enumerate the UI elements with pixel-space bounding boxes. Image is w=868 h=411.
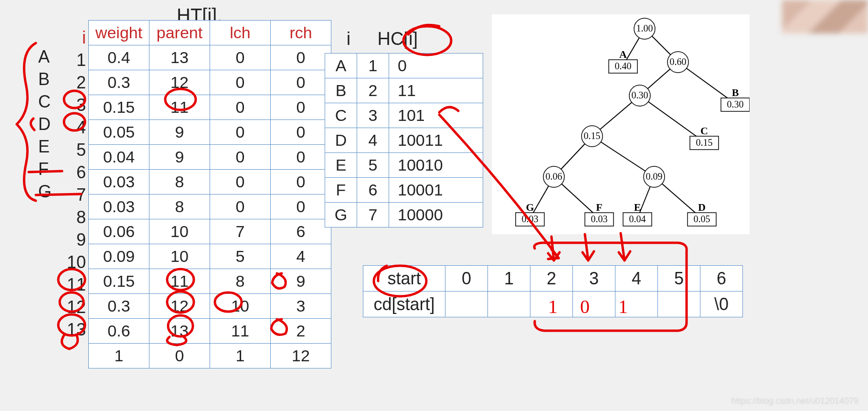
svg-line-5 (640, 96, 704, 142)
hc-table: A10B211C3101D410011E510010F610001G710000 (325, 53, 483, 227)
ht-cell: 0 (271, 95, 331, 120)
ht-cell: 0 (210, 95, 271, 120)
hc-index: 6 (357, 178, 389, 203)
svg-text:A: A (619, 48, 627, 60)
svg-text:F: F (596, 201, 602, 213)
hc-index: 1 (357, 54, 389, 78)
ht-cell: 0 (149, 344, 210, 368)
ht-cell: 12 (149, 70, 210, 95)
ht-cell: 0 (210, 170, 271, 195)
ht-cell: 0.3 (89, 294, 149, 319)
svg-text:0.04: 0.04 (629, 214, 646, 224)
cd-value (488, 292, 530, 317)
ht-header: parent (149, 21, 210, 45)
hc-title: HC[i] (378, 29, 418, 49)
ht-cell: 0 (271, 120, 331, 145)
cd-index: 1 (488, 266, 530, 292)
ht-header: rch (271, 21, 331, 45)
ht-cell: 13 (149, 45, 210, 70)
ht-cell: 0 (271, 170, 331, 195)
svg-text:0.30: 0.30 (727, 99, 744, 109)
ht-row-labels: ABCDEFG (38, 45, 52, 203)
ht-cell: 9 (149, 120, 210, 145)
ht-cell: 0.6 (89, 319, 149, 344)
svg-text:0.06: 0.06 (546, 171, 562, 182)
cd-value (530, 292, 573, 317)
cd-array-label: cd[start] (363, 292, 445, 317)
ht-cell: 0.09 (89, 244, 149, 269)
hc-label: D (325, 128, 357, 153)
cd-value (615, 292, 658, 317)
ht-label: F (38, 158, 52, 180)
svg-text:0.15: 0.15 (696, 137, 713, 148)
hc-index: 7 (357, 203, 389, 227)
ht-cell: 11 (210, 319, 271, 344)
cd-index: 6 (700, 266, 743, 292)
ht-cell: 10 (149, 244, 210, 269)
ht-cell: 11 (149, 95, 210, 120)
ht-label: B (38, 68, 52, 90)
ht-cell: 0.05 (89, 120, 149, 145)
ht-cell: 13 (149, 319, 210, 344)
ht-cell: 0 (271, 145, 331, 170)
ht-cell: 0 (210, 70, 271, 95)
svg-text:0.03: 0.03 (522, 214, 539, 224)
ht-cell: 9 (149, 145, 210, 170)
svg-text:C: C (700, 125, 708, 137)
ht-cell: 0 (210, 145, 271, 170)
cd-index: 0 (445, 266, 488, 292)
ht-cell: 8 (149, 195, 210, 219)
ht-cell: 2 (271, 319, 331, 344)
hc-code: 0 (389, 54, 483, 78)
ht-cell: 0 (271, 45, 331, 70)
ht-cell: 12 (149, 294, 210, 319)
ht-cell: 8 (210, 269, 271, 294)
ht-label: A (38, 45, 52, 68)
svg-text:0.15: 0.15 (584, 130, 601, 141)
ht-cell: 7 (210, 219, 271, 244)
ht-cell: 1 (210, 344, 271, 368)
svg-text:1.00: 1.00 (636, 23, 653, 33)
ht-cell: 0 (210, 45, 271, 70)
hc-label: G (325, 203, 357, 227)
ht-cell: 0 (271, 195, 331, 219)
ht-cell: 10 (149, 219, 210, 244)
svg-text:0.60: 0.60 (670, 56, 687, 67)
ht-cell: 0.15 (89, 95, 149, 120)
hc-index: 2 (357, 78, 389, 103)
svg-text:0.09: 0.09 (646, 171, 663, 182)
ht-cell: 0 (271, 70, 331, 95)
svg-text:0.03: 0.03 (591, 214, 608, 224)
cd-index: 4 (615, 266, 658, 292)
cd-value (445, 292, 488, 317)
hc-code: 10010 (389, 153, 483, 178)
cd-table: start0123456cd[start]\0 (363, 265, 743, 317)
ht-cell: 10 (210, 294, 271, 319)
ht-label: G (38, 180, 52, 203)
ht-cell: 0.06 (89, 219, 149, 244)
ht-header: weight (89, 21, 149, 45)
svg-text:B: B (732, 87, 739, 98)
ht-cell: 11 (149, 269, 210, 294)
ht-cell: 0 (210, 195, 271, 219)
cd-index: 5 (658, 266, 700, 292)
ht-label: C (38, 90, 52, 113)
huffman-tree: 1.000.600.300.150.060.09A0.40B0.30C0.15G… (492, 14, 750, 234)
ht-cell: 5 (210, 244, 271, 269)
ht-cell: 9 (271, 269, 331, 294)
hc-code: 10001 (389, 178, 483, 203)
ht-cell: 0.15 (89, 269, 149, 294)
cd-value (573, 292, 615, 317)
ht-cell: 0.03 (89, 170, 149, 195)
svg-text:0.05: 0.05 (694, 214, 710, 224)
ht-i-column: i12345678910111213 (62, 26, 86, 341)
ht-label: E (38, 135, 52, 158)
hc-code: 11 (389, 78, 483, 103)
cd-index: 2 (530, 266, 573, 292)
cd-start-label: start (363, 266, 445, 292)
hc-i-header: i (325, 29, 372, 49)
ht-cell: 0.03 (89, 195, 149, 219)
corner-blur (782, 0, 868, 33)
watermark: https://blog.csdn.net/u012014079 (731, 396, 858, 406)
svg-line-7 (592, 136, 654, 177)
